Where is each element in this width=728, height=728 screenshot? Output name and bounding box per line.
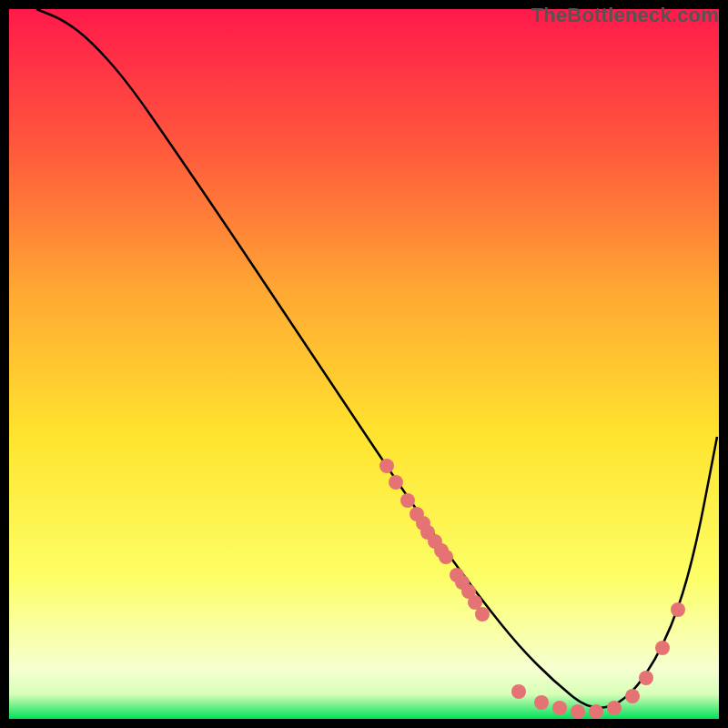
data-marker [655,641,670,655]
data-marker [671,602,685,617]
data-marker [534,695,549,710]
data-marker [571,704,585,719]
chart-svg [0,0,728,728]
data-marker [475,607,490,622]
data-marker [552,701,567,715]
data-marker [589,704,603,719]
data-marker [639,671,653,685]
chart-container: TheBottleneck.com [0,0,728,728]
data-marker [511,684,526,699]
chart-background [9,9,719,719]
data-marker [379,459,394,473]
data-marker [389,475,403,490]
data-marker [625,689,640,703]
data-marker [607,701,622,715]
data-marker [439,550,453,564]
data-marker [400,493,415,508]
